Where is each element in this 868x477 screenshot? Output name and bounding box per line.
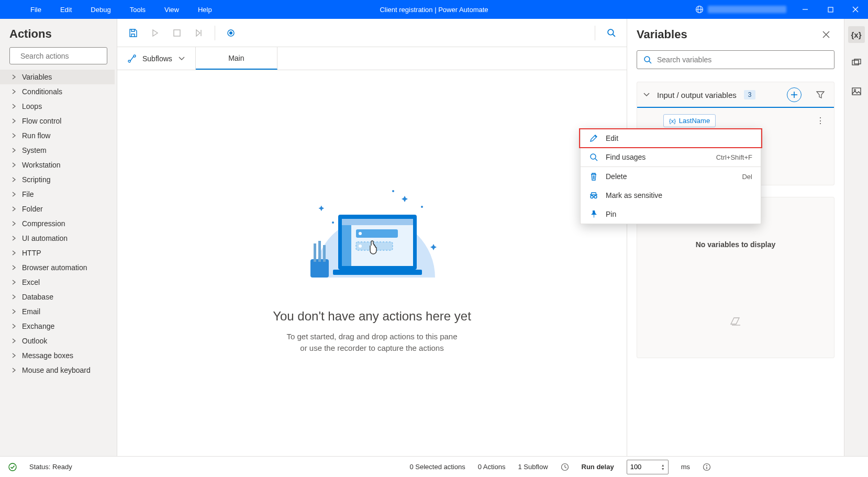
svg-point-34 [644,57,650,62]
spin-up[interactable]: ▲ [661,463,665,467]
search-icon [643,56,652,64]
ctx-delete[interactable]: Delete Del [581,167,761,186]
status-actions-count: 0 Actions [478,463,506,471]
chevron-right-icon [12,338,17,343]
rail-images-button[interactable] [848,83,865,99]
svg-rect-39 [852,60,859,65]
variable-chip[interactable]: {x}LastName [663,114,716,127]
action-category[interactable]: Database [0,290,115,304]
action-category[interactable]: Folder [0,202,115,216]
search-icon [589,153,598,161]
canvas-search-button[interactable] [602,24,620,42]
action-category[interactable]: Workstation [0,158,115,172]
actions-search-input[interactable] [20,52,112,60]
action-category[interactable]: Mouse and keyboard [0,363,115,378]
action-category[interactable]: Compression [0,216,115,231]
menu-debug[interactable]: Debug [81,0,120,19]
info-icon[interactable] [703,463,711,471]
status-subflows-count: 1 Subflow [518,463,548,471]
action-category[interactable]: Run flow [0,128,115,143]
title-bar: File Edit Debug Tools View Help Client r… [0,0,868,19]
chevron-right-icon [12,294,17,299]
menu-view[interactable]: View [155,0,188,19]
svg-rect-40 [854,59,861,64]
chevron-right-icon [12,162,17,168]
action-category[interactable]: UI automation [0,231,115,246]
menu-file[interactable]: File [21,0,51,19]
run-delay-field[interactable] [630,463,655,471]
maximize-button[interactable] [818,0,843,19]
svg-point-43 [591,154,596,159]
action-category[interactable]: Conditionals [0,84,115,99]
action-category[interactable]: Browser automation [0,260,115,275]
action-category[interactable]: Email [0,304,115,319]
record-button[interactable] [221,24,240,42]
svg-point-12 [608,29,614,35]
ctx-edit[interactable]: Edit [581,129,761,148]
rail-ui-elements-button[interactable] [848,54,865,71]
chevron-right-icon [12,221,17,226]
ctx-find-usages[interactable]: Find usages Ctrl+Shift+F [581,148,761,167]
action-category[interactable]: Message boxes [0,348,115,363]
actions-list[interactable]: Variables Conditionals Loops Flow contro… [0,70,117,456]
svg-point-48 [9,463,16,471]
action-category[interactable]: HTTP [0,246,115,260]
step-button[interactable] [190,24,208,42]
close-button[interactable] [843,0,868,19]
action-category[interactable]: Excel [0,275,115,290]
eraser-icon [637,317,834,326]
chevron-right-icon [12,368,17,373]
action-category[interactable]: Outlook [0,334,115,348]
edit-icon [589,134,598,142]
chevron-right-icon [12,236,17,241]
tab-main[interactable]: Main [196,47,277,70]
variables-search-input[interactable] [657,56,828,64]
canvas: Subflows Main [117,19,627,456]
empty-title: You don't have any actions here yet [273,309,471,324]
save-button[interactable] [124,24,142,42]
spin-down[interactable]: ▼ [661,467,665,471]
ctx-pin[interactable]: Pin [581,205,761,224]
empty-description: To get started, drag and drop actions to… [286,331,457,354]
action-category[interactable]: System [0,143,115,158]
svg-rect-28 [323,245,326,262]
actions-panel: Actions Variables Conditionals Loops Flo… [0,19,117,456]
actions-title: Actions [0,19,117,47]
toolbar [117,19,627,47]
svg-point-31 [332,221,334,224]
menu-tools[interactable]: Tools [120,0,155,19]
action-category[interactable]: Exchange [0,319,115,334]
status-ready: Status: Ready [29,463,72,471]
run-button[interactable] [146,24,164,42]
chevron-right-icon [12,280,17,285]
subflows-dropdown[interactable]: Subflows [117,47,196,70]
run-delay-input[interactable]: ▲▼ [627,460,669,474]
variables-panel: Variables Input / output variables 3 {x}… [627,19,844,456]
menu-edit[interactable]: Edit [51,0,81,19]
stop-button[interactable] [168,24,186,42]
variable-more-button[interactable]: ⋮ [814,116,827,126]
svg-point-51 [706,465,707,466]
environment-indicator[interactable] [695,5,786,14]
minimize-button[interactable] [793,0,818,19]
rail-variables-button[interactable]: {x} [848,26,865,43]
svg-rect-26 [314,243,316,262]
action-category[interactable]: Scripting [0,172,115,187]
action-category[interactable]: Loops [0,99,115,114]
menu-help[interactable]: Help [188,0,221,19]
chevron-down-icon[interactable] [643,93,650,97]
action-category[interactable]: Flow control [0,114,115,128]
action-category[interactable]: File [0,187,115,202]
right-rail: {x} [844,19,868,456]
add-variable-button[interactable] [787,87,802,102]
chevron-right-icon [12,250,17,256]
filter-button[interactable] [813,87,828,102]
action-category[interactable]: Variables [0,70,115,84]
ctx-mark-sensitive[interactable]: Mark as sensitive [581,186,761,205]
variables-close-button[interactable] [818,26,834,43]
variables-search[interactable] [637,50,834,69]
pin-icon [589,210,598,218]
actions-search[interactable] [9,47,107,64]
shortcut-label: Del [742,173,752,181]
svg-point-24 [359,245,362,248]
